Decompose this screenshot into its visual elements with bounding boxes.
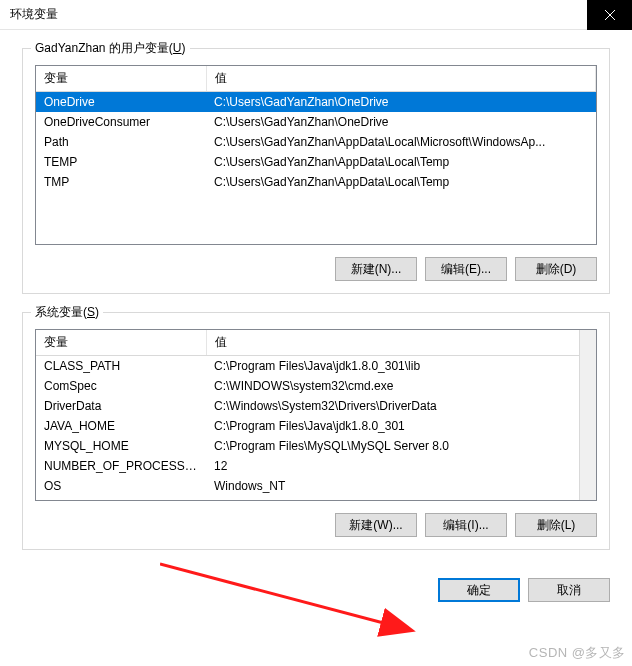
- titlebar: 环境变量: [0, 0, 632, 30]
- scrollbar[interactable]: [579, 330, 596, 500]
- user-edit-button[interactable]: 编辑(E)...: [425, 257, 507, 281]
- cell-variable: OS: [36, 476, 206, 496]
- cell-value: C:\Users\GadYanZhan\OneDrive: [206, 112, 596, 132]
- cell-variable: TMP: [36, 172, 206, 192]
- cell-value: C:\Users\GadYanZhan\AppData\Local\Micros…: [206, 132, 596, 152]
- system-variables-group: 系统变量(S) 变量 值 CLASS_PATHC:\Program Files\…: [22, 312, 610, 550]
- system-group-label: 系统变量(S): [31, 304, 103, 321]
- cell-variable: DriverData: [36, 396, 206, 416]
- col-header-value[interactable]: 值: [206, 66, 596, 92]
- user-table-container: 变量 值 OneDriveC:\Users\GadYanZhan\OneDriv…: [35, 65, 597, 245]
- cell-variable: JAVA_HOME: [36, 416, 206, 436]
- table-row[interactable]: OneDriveConsumerC:\Users\GadYanZhan\OneD…: [36, 112, 596, 132]
- col-header-value[interactable]: 值: [206, 330, 596, 356]
- cell-variable: OneDriveConsumer: [36, 112, 206, 132]
- table-row[interactable]: OneDriveC:\Users\GadYanZhan\OneDrive: [36, 92, 596, 113]
- user-new-button[interactable]: 新建(N)...: [335, 257, 417, 281]
- cell-variable: CLASS_PATH: [36, 356, 206, 377]
- col-header-variable[interactable]: 变量: [36, 66, 206, 92]
- table-row[interactable]: DriverDataC:\Windows\System32\Drivers\Dr…: [36, 396, 596, 416]
- system-variables-table[interactable]: 变量 值 CLASS_PATHC:\Program Files\Java\jdk…: [36, 330, 596, 496]
- system-table-container: 变量 值 CLASS_PATHC:\Program Files\Java\jdk…: [35, 329, 597, 501]
- cell-value: C:\WINDOWS\system32\cmd.exe: [206, 376, 596, 396]
- col-header-variable[interactable]: 变量: [36, 330, 206, 356]
- system-new-button[interactable]: 新建(W)...: [335, 513, 417, 537]
- table-row[interactable]: OSWindows_NT: [36, 476, 596, 496]
- window-title: 环境变量: [10, 6, 58, 23]
- cell-variable: ComSpec: [36, 376, 206, 396]
- cell-value: C:\Program Files\Java\jdk1.8.0_301: [206, 416, 596, 436]
- system-delete-button[interactable]: 删除(L): [515, 513, 597, 537]
- close-button[interactable]: [587, 0, 632, 30]
- user-variables-table[interactable]: 变量 值 OneDriveC:\Users\GadYanZhan\OneDriv…: [36, 66, 596, 192]
- watermark: CSDN @多又多: [529, 644, 626, 662]
- cell-variable: TEMP: [36, 152, 206, 172]
- cancel-button[interactable]: 取消: [528, 578, 610, 602]
- close-icon: [605, 10, 615, 20]
- cell-value: C:\Windows\System32\Drivers\DriverData: [206, 396, 596, 416]
- table-row[interactable]: JAVA_HOMEC:\Program Files\Java\jdk1.8.0_…: [36, 416, 596, 436]
- table-row[interactable]: TMPC:\Users\GadYanZhan\AppData\Local\Tem…: [36, 172, 596, 192]
- cell-variable: MYSQL_HOME: [36, 436, 206, 456]
- cell-value: C:\Users\GadYanZhan\AppData\Local\Temp: [206, 152, 596, 172]
- table-row[interactable]: ComSpecC:\WINDOWS\system32\cmd.exe: [36, 376, 596, 396]
- user-delete-button[interactable]: 删除(D): [515, 257, 597, 281]
- cell-value: C:\Users\GadYanZhan\OneDrive: [206, 92, 596, 113]
- table-row[interactable]: TEMPC:\Users\GadYanZhan\AppData\Local\Te…: [36, 152, 596, 172]
- table-row[interactable]: PathC:\Users\GadYanZhan\AppData\Local\Mi…: [36, 132, 596, 152]
- cell-value: C:\Users\GadYanZhan\AppData\Local\Temp: [206, 172, 596, 192]
- table-row[interactable]: CLASS_PATHC:\Program Files\Java\jdk1.8.0…: [36, 356, 596, 377]
- cell-variable: NUMBER_OF_PROCESSORS: [36, 456, 206, 476]
- user-group-label: GadYanZhan 的用户变量(U): [31, 40, 190, 57]
- user-variables-group: GadYanZhan 的用户变量(U) 变量 值 OneDriveC:\User…: [22, 48, 610, 294]
- cell-variable: OneDrive: [36, 92, 206, 113]
- cell-value: C:\Program Files\MySQL\MySQL Server 8.0: [206, 436, 596, 456]
- cell-value: 12: [206, 456, 596, 476]
- table-row[interactable]: MYSQL_HOMEC:\Program Files\MySQL\MySQL S…: [36, 436, 596, 456]
- system-edit-button[interactable]: 编辑(I)...: [425, 513, 507, 537]
- cell-value: C:\Program Files\Java\jdk1.8.0_301\lib: [206, 356, 596, 377]
- ok-button[interactable]: 确定: [438, 578, 520, 602]
- cell-value: Windows_NT: [206, 476, 596, 496]
- cell-variable: Path: [36, 132, 206, 152]
- table-row[interactable]: NUMBER_OF_PROCESSORS12: [36, 456, 596, 476]
